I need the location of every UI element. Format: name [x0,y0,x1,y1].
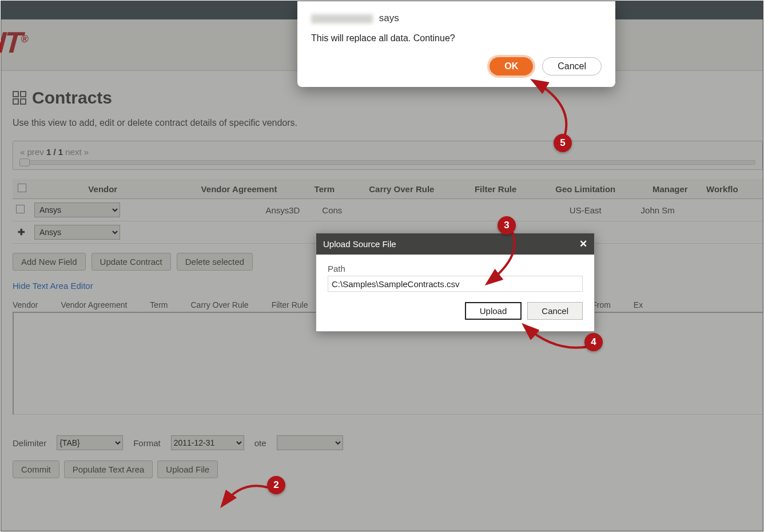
dialog-origin-blurred [311,14,373,23]
pager-prev[interactable]: « prev [20,147,44,157]
row-checkbox[interactable] [16,205,25,213]
dialog-says: says [379,13,399,23]
pager-slider[interactable] [20,160,755,165]
svg-rect-2 [13,99,18,104]
col-workflow[interactable]: Workflo [703,179,763,199]
dialog-message: This will replace all data. Continue? [311,33,602,43]
col-carry-over-rule[interactable]: Carry Over Rule [345,179,457,199]
grid-icon [13,91,26,105]
ote-select[interactable] [277,435,343,450]
confirm-dialog: says This will replace all data. Continu… [297,1,615,87]
svg-rect-0 [13,92,18,97]
marker-4: 4 [584,333,603,351]
page-title: Contracts [32,88,112,108]
upload-dialog: Upload Source File ✕ Path Upload Cancel [316,233,595,332]
path-label: Path [328,264,583,273]
cell-agreement: Ansys3D [175,199,304,221]
populate-button[interactable]: Populate Text Area [64,460,153,478]
eh-ex: Ex [634,300,666,309]
pager-position: 1 / 1 [46,147,63,157]
delete-selected-button[interactable]: Delete selected [177,253,253,271]
page-desc: Use this view to add, edit or delete con… [13,118,763,128]
upload-cancel-button[interactable]: Cancel [527,302,583,320]
brand-logo: IT® [0,25,30,59]
vendor-select[interactable]: Ansys [34,225,120,240]
col-filter-rule[interactable]: Filter Rule [457,179,534,199]
format-label: Format [133,438,161,448]
eh-agreement: Vendor Agreement [61,300,150,309]
col-vendor-agreement[interactable]: Vendor Agreement [175,179,304,199]
col-geo-limitation[interactable]: Geo Limitation [534,179,638,199]
table-row: Ansys Ansys3D Cons US-East John Sm [13,199,763,221]
marker-5: 5 [554,134,572,152]
ote-label: ote [254,438,266,448]
cell-manager: John Sm [638,199,703,221]
svg-rect-3 [21,99,26,104]
cell-geo: US-East [534,199,638,221]
pager-next[interactable]: next » [65,147,89,157]
marker-2: 2 [267,476,285,494]
pager-slider-thumb[interactable] [19,158,30,166]
select-all-checkbox[interactable] [18,184,26,192]
cell-term: Cons [303,199,345,221]
upload-button[interactable]: Upload [465,302,522,320]
delimiter-select[interactable]: {TAB} [57,435,123,450]
vendor-select[interactable]: Ansys [34,203,120,217]
ok-button[interactable]: OK [490,57,533,76]
marker-3: 3 [498,216,516,235]
col-vendor[interactable]: Vendor [31,179,175,199]
col-manager[interactable]: Manager [638,179,703,199]
add-row-icon[interactable]: ✚ [16,227,26,237]
col-term[interactable]: Term [303,179,345,199]
logo-registered: ® [21,33,29,45]
upload-file-button[interactable]: Upload File [157,460,218,478]
svg-rect-1 [21,92,26,97]
close-icon[interactable]: ✕ [579,238,587,250]
add-field-button[interactable]: Add New Field [13,253,86,271]
update-contract-button[interactable]: Update Contract [91,253,171,271]
pager: « prev 1 / 1 next » [13,141,763,170]
format-select[interactable]: 2011-12-31 [171,435,244,450]
path-input[interactable] [328,276,583,292]
eh-carry: Carry Over Rule [190,300,271,309]
commit-button[interactable]: Commit [13,460,59,478]
hide-editor-link[interactable]: Hide Text Area Editor [13,281,93,291]
logo-text: IT [0,26,22,59]
eh-vendor: Vendor [13,300,61,309]
delimiter-label: Delimiter [13,438,46,448]
cancel-button[interactable]: Cancel [542,57,602,76]
upload-dialog-title: Upload Source File [323,239,396,249]
eh-term: Term [150,300,190,309]
